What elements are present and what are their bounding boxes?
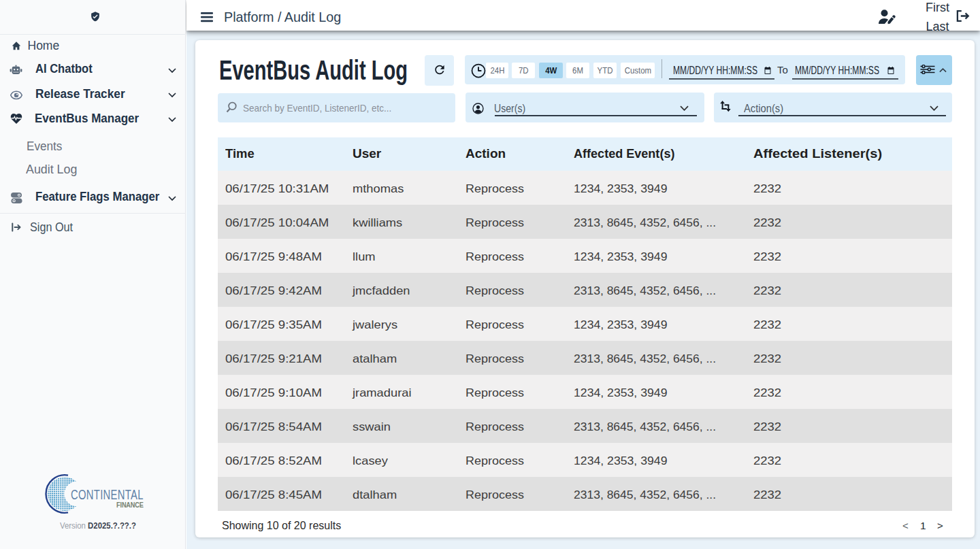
svg-text:FINANCE: FINANCE — [116, 501, 144, 510]
svg-text:CONTINENTAL: CONTINENTAL — [71, 487, 144, 503]
